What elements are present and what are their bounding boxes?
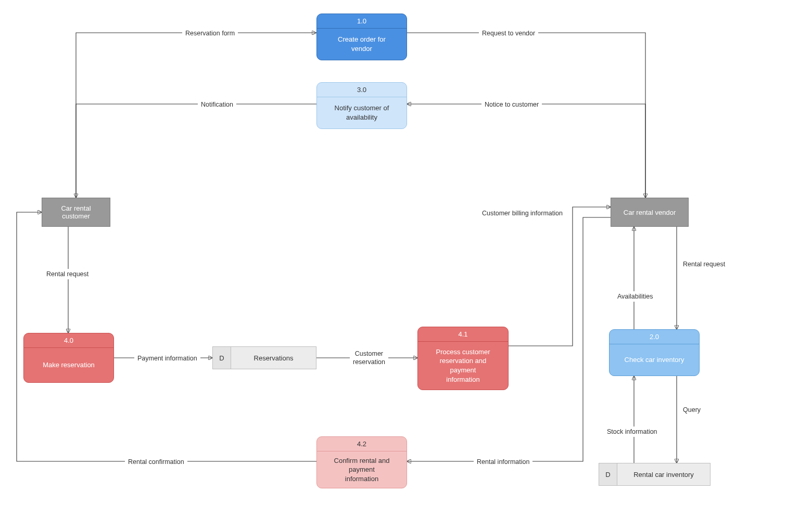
process-1-0-number: 1.0 (317, 14, 407, 28)
flow-availabilities: Availabilities (614, 291, 656, 302)
process-4-2-name: Confirm rental andpaymentinformation (317, 451, 407, 488)
flow-customer-billing: Customer billing information (479, 208, 566, 218)
process-4-1[interactable]: 4.1 Process customerreservation andpayme… (417, 327, 509, 390)
datastore-inventory[interactable]: D Rental car inventory (599, 463, 710, 486)
process-3-0-number: 3.0 (317, 83, 407, 97)
flow-reservation-form: Reservation form (182, 28, 238, 38)
process-4-0-number: 4.0 (24, 333, 113, 347)
datastore-reservations[interactable]: D Reservations (212, 346, 316, 369)
flow-rental-confirmation: Rental confirmation (125, 457, 187, 467)
process-4-2-number: 4.2 (317, 437, 407, 451)
flow-customer-reservation: Customerreservation (350, 348, 388, 368)
flow-rental-information: Rental information (474, 457, 532, 467)
process-2-0-name: Check car inventory (610, 344, 699, 376)
flow-notice-to-customer: Notice to customer (481, 99, 542, 110)
process-4-1-name: Process customerreservation andpaymentin… (418, 342, 508, 390)
process-2-0[interactable]: 2.0 Check car inventory (609, 329, 700, 376)
process-4-0[interactable]: 4.0 Make reservation (23, 333, 114, 383)
process-3-0[interactable]: 3.0 Notify customer ofavailability (316, 82, 407, 129)
entity-vendor-label: Car rental vendor (624, 209, 676, 216)
entity-vendor[interactable]: Car rental vendor (611, 198, 689, 227)
process-1-0[interactable]: 1.0 Create order forvendor (316, 14, 407, 60)
datastore-inventory-tag: D (599, 463, 617, 485)
process-1-0-name: Create order forvendor (317, 29, 407, 60)
flow-request-to-vendor: Request to vendor (479, 28, 538, 38)
entity-customer-label: Car rentalcustomer (61, 204, 91, 220)
flow-rental-request-cust: Rental request (43, 269, 92, 279)
process-4-0-name: Make reservation (24, 348, 113, 382)
flow-notification: Notification (198, 99, 236, 110)
flow-stock-information: Stock information (604, 426, 661, 437)
datastore-reservations-name: Reservations (231, 347, 316, 369)
process-4-2[interactable]: 4.2 Confirm rental andpaymentinformation (316, 436, 407, 488)
entity-customer[interactable]: Car rentalcustomer (42, 198, 110, 227)
dfd-canvas: 1.0 Create order forvendor 3.0 Notify cu… (0, 0, 812, 530)
process-2-0-number: 2.0 (610, 330, 699, 344)
process-3-0-name: Notify customer ofavailability (317, 97, 407, 128)
flow-rental-request-vendor: Rental request (680, 259, 728, 269)
process-4-1-number: 4.1 (418, 327, 508, 341)
datastore-inventory-name: Rental car inventory (617, 463, 710, 485)
flow-query: Query (680, 405, 704, 415)
flow-payment-info: Payment information (134, 353, 200, 364)
datastore-reservations-tag: D (213, 347, 231, 369)
